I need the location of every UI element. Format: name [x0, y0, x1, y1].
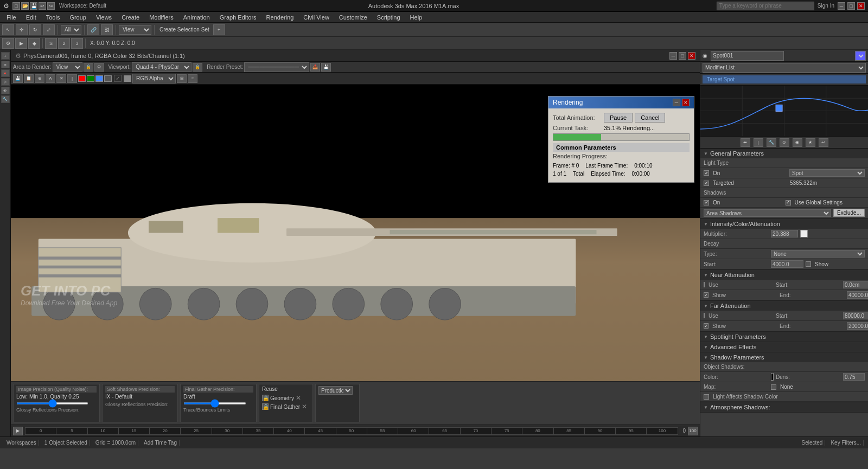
shadow-type-select[interactable]: Area Shadows	[704, 209, 831, 217]
multiplier-color-swatch[interactable]	[800, 230, 808, 237]
viewport-dropdown[interactable]: Quad 4 - PhysCar	[132, 62, 192, 72]
atmosphere-header[interactable]: ▼ Atmosphere Shadows:	[700, 402, 868, 412]
unlink-btn[interactable]: ⛓	[101, 24, 113, 35]
render-setup-btn[interactable]: ⚙	[2, 38, 14, 49]
menu-animation[interactable]: Animation	[179, 13, 214, 22]
panel-icon-5[interactable]: ◉	[793, 138, 802, 147]
rotate-btn[interactable]: ↻	[29, 24, 41, 35]
view-select[interactable]: View	[119, 25, 151, 35]
near-use-checkbox[interactable]	[704, 282, 705, 287]
spot-type-select[interactable]: Spot	[789, 169, 865, 177]
move-btn[interactable]: ✛	[16, 24, 28, 35]
lock-geometry-icon[interactable]: 🔒	[262, 395, 269, 401]
new-btn[interactable]: □	[12, 2, 20, 10]
sign-in-label[interactable]: Sign In	[818, 3, 834, 9]
check-btn[interactable]: ✓	[114, 75, 122, 82]
rendering-minimize[interactable]: ─	[673, 99, 680, 106]
create-panel-btn[interactable]: +	[1, 52, 10, 60]
render-preset-dropdown[interactable]: ────────────────	[244, 62, 309, 72]
multiplier-input[interactable]	[771, 230, 798, 237]
production-select[interactable]: Production	[318, 386, 353, 395]
final-gather-slider[interactable]	[183, 402, 246, 404]
tb2-save-btn[interactable]: 💾	[13, 74, 23, 83]
far-end-input[interactable]	[847, 322, 868, 330]
status-add-time-tag[interactable]: Add Time Tag	[142, 440, 180, 446]
tb2-clone-btn[interactable]: ⊕	[35, 74, 44, 83]
close-btn[interactable]: ✕	[857, 2, 865, 10]
maximize-btn[interactable]: □	[847, 2, 855, 10]
channel-select[interactable]: RGB Alpha	[132, 74, 176, 83]
preset-load-btn[interactable]: 📥	[310, 63, 320, 72]
light-affects-checkbox[interactable]	[704, 394, 709, 400]
tb2-ab-btn[interactable]: A	[46, 74, 55, 83]
near-atten-header[interactable]: ▼ Near Attenuation	[700, 270, 868, 280]
area-settings-btn[interactable]: ⚙	[94, 63, 104, 72]
display-btn[interactable]: ⊞	[177, 74, 187, 83]
status-workspaces[interactable]: Workspaces	[4, 440, 39, 446]
color-swatch-select[interactable]	[855, 51, 866, 61]
near-start-input[interactable]	[843, 281, 868, 288]
scale-btn[interactable]: ⤢	[43, 24, 55, 35]
object-name-input[interactable]	[711, 51, 784, 61]
near-show-checkbox[interactable]	[704, 292, 709, 298]
on-checkbox[interactable]	[704, 170, 709, 176]
inspector-viewport[interactable]	[700, 86, 868, 136]
cancel-btn[interactable]: Cancel	[635, 113, 665, 123]
minimize-btn[interactable]: ─	[838, 2, 845, 10]
mono-channel-btn[interactable]	[104, 75, 112, 82]
render-btn[interactable]: ▶	[15, 38, 27, 49]
image-precision-slider[interactable]	[16, 402, 88, 404]
open-btn[interactable]: 📂	[21, 2, 29, 10]
menu-modifiers[interactable]: Modifiers	[145, 13, 178, 22]
blue-channel-btn[interactable]	[95, 75, 103, 82]
general-params-header[interactable]: ▼ General Parameters	[700, 149, 868, 158]
undo-btn[interactable]: ↩	[39, 2, 46, 10]
targeted-checkbox[interactable]	[704, 181, 709, 186]
area-dropdown[interactable]: View	[53, 62, 82, 72]
status-key-filters[interactable]: Key Filters...	[828, 440, 864, 446]
far-atten-header[interactable]: ▼ Far Attenuation	[700, 301, 868, 311]
display-panel-btn[interactable]: 👁	[1, 87, 10, 94]
green-channel-btn[interactable]	[87, 75, 94, 82]
area-lock-btn[interactable]: 🔒	[84, 63, 93, 72]
menu-create[interactable]: Create	[117, 13, 144, 22]
hierarchy-panel-btn[interactable]: 🔺	[1, 69, 10, 77]
menu-scripting[interactable]: Scripting	[373, 13, 405, 22]
panel-icon-3[interactable]: 🔧	[767, 138, 776, 147]
far-start-input[interactable]	[843, 312, 868, 319]
tb2-clear-btn[interactable]: ✕	[56, 74, 66, 83]
use-global-checkbox[interactable]	[786, 200, 791, 205]
add-selection-btn[interactable]: +	[213, 24, 225, 35]
panel-icon-7[interactable]: ↩	[819, 138, 828, 147]
menu-tools[interactable]: Tools	[42, 13, 65, 22]
end-frame-btn[interactable]: 100	[688, 427, 698, 435]
menu-edit[interactable]: Edit	[22, 13, 41, 22]
snap-btn[interactable]: S	[45, 38, 57, 49]
decay-type-select[interactable]: None	[771, 250, 865, 258]
menu-views[interactable]: Views	[92, 13, 116, 22]
pause-btn[interactable]: Pause	[604, 113, 633, 123]
redo-btn[interactable]: ↪	[47, 2, 55, 10]
menu-civil view[interactable]: Civil View	[299, 13, 333, 22]
close-final-gather-btn[interactable]: ✕	[302, 403, 307, 410]
render-close[interactable]: ✕	[688, 52, 695, 60]
shadows-on-checkbox[interactable]	[704, 200, 709, 205]
panel-icon-4[interactable]: ⊙	[780, 138, 789, 147]
decay-start-input[interactable]	[771, 260, 803, 268]
link-btn[interactable]: 🔗	[87, 24, 99, 35]
menu-help[interactable]: Help	[406, 13, 427, 22]
rendering-close[interactable]: ✕	[682, 99, 690, 106]
red-channel-btn[interactable]	[78, 75, 86, 82]
advanced-effects-header[interactable]: ▼ Advanced Effects	[700, 342, 868, 352]
menu-rendering[interactable]: Rendering	[262, 13, 298, 22]
utility-panel-btn[interactable]: 🔧	[1, 95, 10, 103]
shadow-color-swatch[interactable]	[771, 373, 774, 381]
far-show-checkbox[interactable]	[704, 323, 709, 329]
spotlight-params-header[interactable]: ▼ Spotlight Parameters	[700, 332, 868, 342]
menu-customize[interactable]: Customize	[335, 13, 372, 22]
panel-icon-6[interactable]: ★	[806, 138, 815, 147]
dens-input[interactable]	[843, 373, 865, 381]
tb2-something[interactable]: |	[67, 74, 77, 83]
intensity-header[interactable]: ▼ Intensity/Color/Attenuation	[700, 219, 868, 229]
modify-panel-btn[interactable]: ≡	[1, 61, 10, 68]
